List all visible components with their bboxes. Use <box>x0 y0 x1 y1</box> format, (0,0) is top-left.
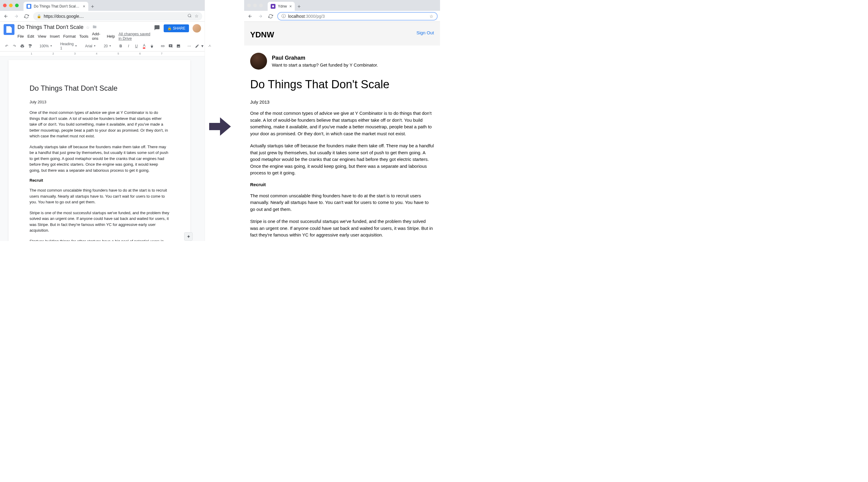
url-text: https://docs.google.... <box>44 14 185 19</box>
highlight-button[interactable] <box>149 42 155 50</box>
insert-image-button[interactable] <box>176 42 181 50</box>
style-select[interactable]: Heading 1▼ <box>59 42 79 50</box>
google-docs-window: Do Things That Don't Scale - G × + 🔒 htt… <box>0 0 205 241</box>
menu-file[interactable]: File <box>18 34 24 38</box>
document-heading: Do Things That Don't Scale <box>30 84 169 93</box>
ydnw-window: Ydnw × + ⓘ localhost:3000/pg/3 ☆ YDNW Si… <box>244 0 440 241</box>
bold-button[interactable]: B <box>118 42 124 50</box>
formatting-toolbar: ↶ ↷ 100%▼ Heading 1▼ Arial▼ 20▼ B I U A <box>0 41 205 52</box>
article-paragraph: The most common unscalable thing founder… <box>250 193 434 213</box>
star-icon[interactable]: ☆ <box>195 13 198 19</box>
share-button[interactable]: 🔒 SHARE <box>164 24 189 32</box>
menu-edit[interactable]: Edit <box>27 34 34 38</box>
menu-format[interactable]: Format <box>63 34 76 38</box>
document-canvas: Do Things That Don't Scale July 2013 One… <box>0 56 205 241</box>
tab-title: Do Things That Don't Scale - G <box>34 4 81 8</box>
author-name: Paul Graham <box>272 55 378 61</box>
menu-insert[interactable]: Insert <box>50 34 60 38</box>
new-tab-button[interactable]: + <box>88 2 97 11</box>
insert-comment-button[interactable] <box>167 42 174 50</box>
back-button[interactable] <box>2 13 10 20</box>
document-paragraph: The most common unscalable thing founder… <box>30 187 169 205</box>
url-text: localhost:3000/pg/3 <box>288 14 427 19</box>
minimize-window-button[interactable] <box>253 4 257 7</box>
document-paragraph: One of the most common types of advice w… <box>30 110 169 139</box>
browser-toolbar: ⓘ localhost:3000/pg/3 ☆ <box>244 11 440 22</box>
document-subheading: Recruit <box>30 178 169 183</box>
tab-title: Ydnw <box>278 4 287 8</box>
app-logo[interactable]: YDNW <box>250 30 274 39</box>
text-color-button[interactable]: A <box>141 42 147 50</box>
document-paragraph: Startups building things for other start… <box>30 238 169 241</box>
forward-button[interactable] <box>257 13 264 20</box>
comments-icon[interactable] <box>154 25 160 32</box>
article-paragraph: One of the most common types of advice w… <box>250 110 434 137</box>
more-button[interactable]: ⋯ <box>186 42 192 50</box>
print-button[interactable] <box>19 42 25 50</box>
close-window-button[interactable] <box>3 4 7 7</box>
menu-bar: File Edit View Insert Format Tools Add-o… <box>18 32 154 41</box>
share-label: SHARE <box>173 26 185 30</box>
article-content: Paul Graham Want to start a startup? Get… <box>244 45 440 241</box>
menu-addons[interactable]: Add-ons <box>92 32 103 41</box>
move-folder-icon[interactable] <box>92 25 97 30</box>
search-icon[interactable] <box>187 13 192 19</box>
close-tab-icon[interactable]: × <box>289 4 292 9</box>
hide-menus-button[interactable]: ㅅ <box>207 42 213 50</box>
italic-button[interactable]: I <box>125 42 131 50</box>
paint-format-button[interactable] <box>27 42 33 50</box>
maximize-window-button[interactable] <box>15 4 19 7</box>
underline-button[interactable]: U <box>133 42 139 50</box>
address-bar[interactable]: 🔒 https://docs.google.... ☆ <box>33 12 202 21</box>
font-select[interactable]: Arial▼ <box>84 42 97 50</box>
maximize-window-button[interactable] <box>259 4 263 7</box>
zoom-select[interactable]: 100%▼ <box>38 42 54 50</box>
docs-header: Do Things That Don't Scale ☆ File Edit V… <box>0 22 205 41</box>
back-button[interactable] <box>247 13 254 20</box>
menu-help[interactable]: Help <box>107 34 115 38</box>
sign-out-link[interactable]: Sign Out <box>416 30 434 35</box>
document-page[interactable]: Do Things That Don't Scale July 2013 One… <box>8 60 190 241</box>
insert-link-button[interactable] <box>160 42 166 50</box>
author-tagline: Want to start a startup? Get funded by Y… <box>272 62 378 67</box>
reload-button[interactable] <box>23 13 30 20</box>
new-tab-button[interactable]: + <box>295 2 303 11</box>
author-avatar[interactable] <box>250 53 267 70</box>
app-header: YDNW Sign Out <box>244 22 440 45</box>
user-avatar[interactable] <box>193 24 201 33</box>
close-tab-icon[interactable]: × <box>83 4 85 9</box>
article-date: July 2013 <box>250 99 434 104</box>
menu-tools[interactable]: Tools <box>79 34 88 38</box>
docs-logo-icon[interactable] <box>4 24 14 35</box>
document-title[interactable]: Do Things That Don't Scale <box>18 24 84 30</box>
font-size-select[interactable]: 20▼ <box>102 42 113 50</box>
star-icon[interactable]: ☆ <box>430 14 433 19</box>
browser-tab-bar: Do Things That Don't Scale - G × + <box>0 0 205 11</box>
undo-button[interactable]: ↶ <box>4 42 10 50</box>
menu-view[interactable]: View <box>38 34 46 38</box>
close-window-button[interactable] <box>247 4 251 7</box>
explore-button[interactable]: ✦ <box>184 232 193 241</box>
lock-icon: 🔒 <box>167 26 172 30</box>
ydnw-favicon-icon <box>271 4 276 9</box>
document-date: July 2013 <box>30 100 169 104</box>
browser-tab-bar: Ydnw × + <box>244 0 440 11</box>
author-byline: Paul Graham Want to start a startup? Get… <box>250 53 434 70</box>
redo-button[interactable]: ↷ <box>11 42 18 50</box>
minimize-window-button[interactable] <box>9 4 13 7</box>
editing-mode-button[interactable]: ▼ <box>194 42 205 50</box>
browser-tab-active[interactable]: Ydnw × <box>268 2 295 11</box>
address-bar[interactable]: ⓘ localhost:3000/pg/3 ☆ <box>277 12 438 21</box>
svg-point-0 <box>188 14 191 17</box>
arrow-icon <box>208 115 232 138</box>
article-title: Do Things That Don't Scale <box>250 78 434 91</box>
article-paragraph: Stripe is one of the most successful sta… <box>250 218 434 238</box>
document-paragraph: Stripe is one of the most successful sta… <box>30 210 169 233</box>
star-document-icon[interactable]: ☆ <box>86 25 90 30</box>
window-controls <box>247 4 263 7</box>
browser-tab-active[interactable]: Do Things That Don't Scale - G × <box>24 2 88 11</box>
save-status[interactable]: All changes saved in Drive <box>119 32 154 41</box>
info-icon[interactable]: ⓘ <box>281 13 286 19</box>
forward-button[interactable] <box>13 13 20 20</box>
reload-button[interactable] <box>267 13 274 20</box>
